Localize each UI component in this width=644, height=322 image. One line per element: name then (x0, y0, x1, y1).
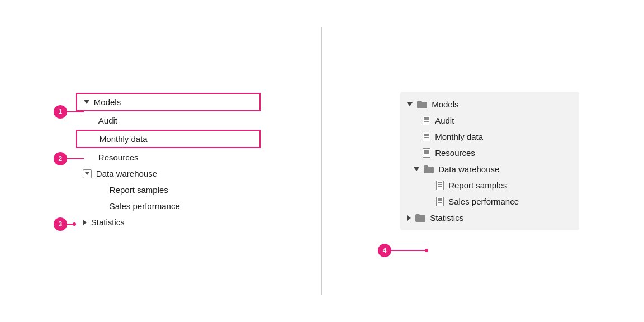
doc-icon-resources (423, 148, 430, 158)
left-reportsamples-item[interactable]: Report samples (76, 182, 261, 198)
badge-3: 3 (54, 217, 67, 231)
doc-icon-reportsamples (436, 181, 444, 190)
right-tree: Models Audit Monthly data Resources (400, 92, 579, 230)
right-resources-label: Resources (435, 148, 475, 158)
right-reportsamples-item[interactable]: Report samples (400, 177, 579, 193)
badge-2: 2 (54, 152, 67, 165)
right-monthly-label: Monthly data (435, 132, 483, 141)
chevron-down-icon-r (407, 102, 413, 106)
panel-divider (321, 27, 322, 295)
chevron-down-icon-dw (414, 167, 419, 171)
chevron-down-icon (84, 100, 89, 104)
annotation-1: 1 (54, 105, 84, 119)
left-statistics-label: Statistics (91, 217, 125, 227)
connector-3 (67, 224, 73, 225)
right-datawarehouse-item[interactable]: Data warehouse (400, 161, 579, 177)
right-monthly-item[interactable]: Monthly data (400, 129, 579, 145)
left-models-label: Models (94, 97, 121, 107)
folder-icon-models (417, 101, 427, 108)
left-resources-label: Resources (98, 153, 139, 162)
right-salesperf-label: Sales performance (448, 197, 519, 206)
annotation-3: 3 (54, 217, 76, 231)
right-panel: 4 Models Audit (356, 92, 613, 230)
right-datawarehouse-label: Data warehouse (438, 164, 499, 174)
connector-1 (67, 111, 84, 112)
right-models-label: Models (432, 100, 458, 109)
left-monthly-label: Monthly data (100, 134, 148, 144)
right-statistics-label: Statistics (430, 213, 463, 222)
left-salesperf-item[interactable]: Sales performance (76, 198, 261, 214)
folder-icon-statistics (415, 214, 425, 222)
left-resources-item[interactable]: Resources (76, 149, 261, 165)
doc-icon-salesperf (436, 197, 444, 206)
chevron-box-icon (83, 169, 92, 178)
left-datawarehouse-item[interactable]: Data warehouse (76, 165, 261, 182)
badge-4: 4 (378, 244, 391, 257)
left-statistics-item[interactable]: Statistics (76, 214, 261, 230)
chevron-right-icon-r (407, 215, 411, 221)
connector-4 (391, 250, 425, 251)
dot-4 (425, 249, 428, 252)
right-reportsamples-label: Report samples (448, 181, 507, 190)
annotation-2: 2 (54, 152, 84, 165)
doc-icon-monthly (423, 132, 430, 141)
right-salesperf-item[interactable]: Sales performance (400, 193, 579, 210)
left-tree: Models Audit Monthly data Resources (76, 93, 261, 230)
left-monthly-item[interactable]: Monthly data (76, 130, 261, 148)
dot-3 (73, 222, 76, 226)
left-models-item[interactable]: Models (76, 93, 261, 111)
left-datawarehouse-label: Data warehouse (96, 169, 157, 178)
folder-icon-dw (424, 165, 434, 173)
badge-1: 1 (54, 105, 67, 119)
connector-2 (67, 158, 84, 159)
doc-icon-audit (423, 116, 430, 125)
chevron-right-icon (83, 220, 87, 225)
left-salesperf-label: Sales performance (110, 201, 180, 211)
annotation-4: 4 (378, 244, 428, 257)
chevron-box-inner (85, 172, 89, 175)
left-audit-label: Audit (98, 116, 117, 125)
main-container: 1 2 3 Models (15, 27, 629, 295)
left-reportsamples-label: Report samples (110, 185, 168, 195)
right-audit-label: Audit (435, 116, 454, 125)
left-audit-item[interactable]: Audit (76, 112, 261, 129)
right-audit-item[interactable]: Audit (400, 112, 579, 129)
left-panel: 1 2 3 Models (31, 92, 288, 230)
right-statistics-item[interactable]: Statistics (400, 210, 579, 226)
right-resources-item[interactable]: Resources (400, 145, 579, 161)
right-models-item[interactable]: Models (400, 96, 579, 112)
